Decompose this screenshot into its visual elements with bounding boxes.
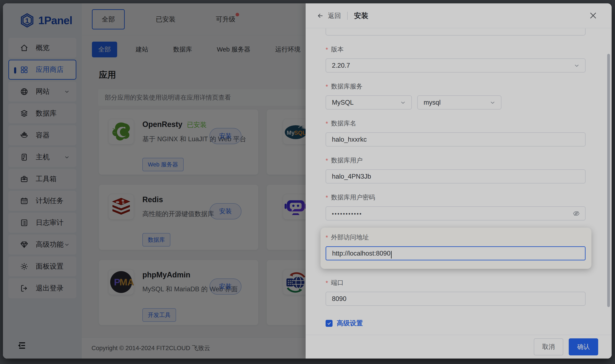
port-value: 8090 <box>332 295 347 303</box>
db-service-select[interactable]: MySQL <box>326 95 412 109</box>
external-url-input[interactable]: http://localhost:8090 <box>326 246 586 260</box>
db-user-input[interactable]: halo_4PN3Jb <box>326 169 586 183</box>
drawer-title: 安装 <box>354 11 368 21</box>
version-select[interactable]: 2.20.7 <box>326 58 586 73</box>
db-instance-value: mysql <box>424 99 441 106</box>
port-input[interactable]: 8090 <box>326 292 586 306</box>
install-drawer: 返回 安装 版本 2.20.7 <box>306 3 612 359</box>
db-password-value: ••••••••••• <box>332 211 362 217</box>
tour-highlight: 外部访问地址 http://localhost:8090 <box>321 228 591 269</box>
db-user-label: 数据库用户 <box>326 156 586 165</box>
drawer-header: 返回 安装 <box>306 3 612 28</box>
version-value: 2.20.7 <box>332 62 350 69</box>
external-url-value: http://localhost:8090 <box>332 250 390 257</box>
chevron-down-icon <box>573 62 580 69</box>
chevron-down-icon <box>489 99 496 106</box>
back-label: 返回 <box>328 11 341 20</box>
db-password-label: 数据库用户密码 <box>326 193 586 202</box>
version-label: 版本 <box>326 45 586 54</box>
scrolled-field-partial <box>326 28 586 36</box>
advanced-settings-label: 高级设置 <box>337 319 363 328</box>
port-label: 端口 <box>326 278 586 287</box>
desktop-frame: 1 1Panel 概览 <box>0 0 615 364</box>
back-button[interactable]: 返回 <box>317 11 341 20</box>
1panel-window: 1 1Panel 概览 <box>3 3 612 359</box>
db-password-field: 数据库用户密码 ••••••••••• <box>326 193 586 221</box>
chevron-down-icon <box>400 99 406 106</box>
close-icon[interactable] <box>588 11 598 20</box>
scrollbar-thumb[interactable] <box>607 54 610 307</box>
install-form: 版本 2.20.7 数据库服务 MySQL <box>306 28 612 335</box>
eye-off-icon[interactable] <box>573 210 580 217</box>
text-caret <box>391 251 392 259</box>
back-arrow-icon <box>317 12 324 20</box>
drawer-footer: 取消 确认 <box>306 335 612 359</box>
db-password-input[interactable]: ••••••••••• <box>326 206 586 221</box>
checkbox-checked-icon[interactable] <box>326 320 333 327</box>
db-user-value: halo_4PN3Jb <box>332 173 371 180</box>
header-divider <box>347 12 348 20</box>
db-name-value: halo_hxxrkc <box>332 136 367 143</box>
db-name-label: 数据库名 <box>326 119 586 128</box>
db-service-label: 数据库服务 <box>326 82 586 91</box>
port-field: 端口 8090 <box>326 278 586 306</box>
db-service-field: 数据库服务 MySQL mysql <box>326 82 586 109</box>
advanced-settings-toggle[interactable]: 高级设置 <box>326 319 586 328</box>
db-name-input[interactable]: halo_hxxrkc <box>326 132 586 146</box>
cancel-button[interactable]: 取消 <box>534 338 563 355</box>
db-service-value: MySQL <box>332 99 354 106</box>
db-instance-select[interactable]: mysql <box>417 95 501 109</box>
db-user-field: 数据库用户 halo_4PN3Jb <box>326 156 586 183</box>
confirm-button[interactable]: 确认 <box>569 338 598 355</box>
db-name-field: 数据库名 halo_hxxrkc <box>326 119 586 146</box>
external-url-label: 外部访问地址 <box>326 233 586 242</box>
version-field: 版本 2.20.7 <box>326 45 586 73</box>
